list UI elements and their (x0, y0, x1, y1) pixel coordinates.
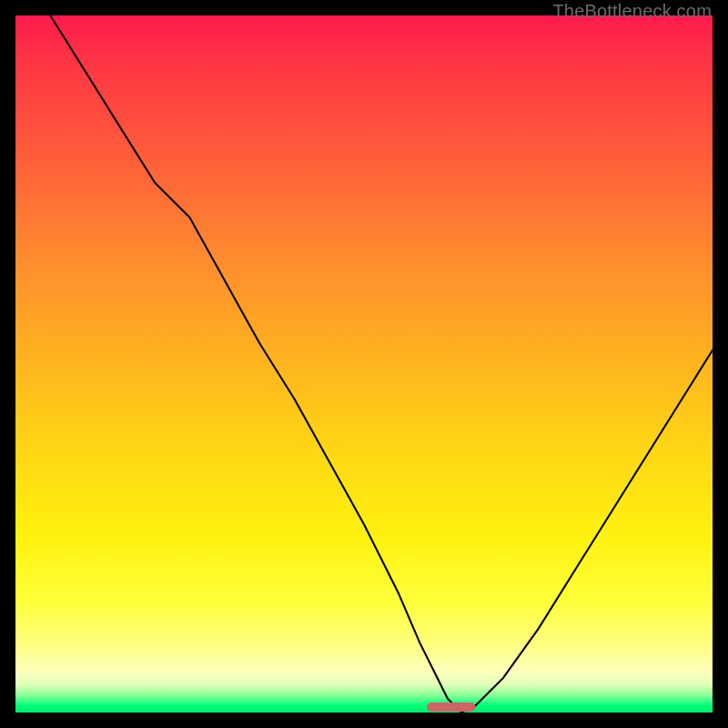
watermark-text: TheBottleneck.com (552, 1, 712, 22)
chart-frame: TheBottleneck.com (0, 0, 728, 728)
minimum-marker (427, 703, 476, 712)
curve-svg (15, 15, 713, 713)
chart-plot-area (15, 15, 713, 713)
bottleneck-curve (50, 15, 713, 713)
